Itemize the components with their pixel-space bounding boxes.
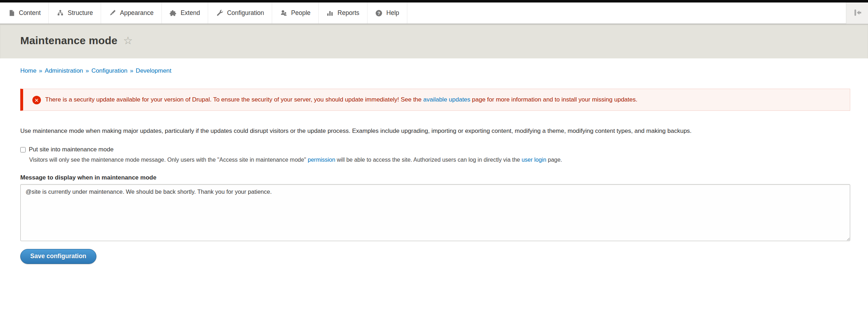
page-header: Maintenance mode ☆	[0, 24, 868, 58]
breadcrumb: Home»Administration»Configuration»Develo…	[20, 58, 850, 74]
toolbar-item-label: Configuration	[227, 9, 264, 17]
toolbar-collapse-button[interactable]	[846, 2, 868, 24]
error-message-text: page for more information and to install…	[470, 96, 637, 103]
available-updates-link[interactable]: available updates	[423, 96, 470, 103]
help-icon: ?	[375, 10, 382, 17]
permission-link[interactable]: permission	[308, 157, 335, 163]
error-message-box: ✕ There is a security update available f…	[20, 89, 850, 111]
puzzle-icon	[170, 10, 177, 17]
maintenance-mode-checkbox-row: Put site into maintenance mode	[20, 146, 850, 153]
save-configuration-button[interactable]: Save configuration	[20, 249, 96, 264]
breadcrumb-link-administration[interactable]: Administration	[45, 67, 83, 74]
toolbar-item-appearance[interactable]: Appearance	[101, 2, 162, 24]
toolbar-item-label: Appearance	[120, 9, 153, 17]
file-icon	[8, 10, 15, 17]
svg-text:?: ?	[377, 10, 380, 16]
breadcrumb-separator: »	[39, 67, 42, 74]
sitemap-icon	[57, 10, 64, 17]
maintenance-mode-checkbox-label[interactable]: Put site into maintenance mode	[29, 146, 113, 153]
toolbar-item-label: Reports	[338, 9, 359, 17]
toolbar-item-content[interactable]: Content	[0, 2, 49, 24]
toolbar-item-extend[interactable]: Extend	[162, 2, 208, 24]
maintenance-mode-description: Visitors will only see the maintenance m…	[29, 156, 850, 164]
maintenance-mode-intro-text: Use maintenance mode when making major u…	[20, 125, 850, 137]
toolbar-item-label: Help	[386, 9, 399, 17]
description-text: Visitors will only see the maintenance m…	[29, 157, 308, 163]
maintenance-mode-checkbox[interactable]	[20, 147, 26, 152]
toolbar-item-label: Content	[19, 9, 41, 17]
maintenance-message-textarea[interactable]: @site is currently under maintenance. We…	[20, 184, 850, 241]
message-field-label: Message to display when in maintenance m…	[20, 174, 850, 181]
breadcrumb-link-development[interactable]: Development	[136, 67, 171, 74]
toolbar-item-structure[interactable]: Structure	[49, 2, 101, 24]
error-x-circle-icon: ✕	[32, 96, 41, 104]
toolbar-item-people[interactable]: People	[272, 2, 319, 24]
error-message-text: There is a security update available for…	[45, 96, 423, 103]
toolbar-item-configuration[interactable]: Configuration	[208, 2, 272, 24]
breadcrumb-link-configuration[interactable]: Configuration	[91, 67, 127, 74]
top-admin-strip	[0, 0, 868, 2]
user-login-link[interactable]: user login	[522, 157, 546, 163]
wrench-icon	[216, 10, 223, 17]
toolbar-item-label: Structure	[68, 9, 93, 17]
toolbar-item-help[interactable]: ? Help	[367, 2, 407, 24]
breadcrumb-separator: »	[86, 67, 89, 74]
bar-chart-icon	[327, 10, 334, 17]
admin-toolbar: Content Structure Appearance Ext	[0, 2, 868, 24]
breadcrumb-link-home[interactable]: Home	[20, 67, 36, 74]
toolbar-item-label: People	[291, 9, 311, 17]
description-text: page.	[546, 157, 562, 163]
page-title: Maintenance mode	[20, 35, 117, 47]
paintbrush-icon	[109, 10, 116, 17]
people-icon	[280, 10, 287, 17]
star-icon[interactable]: ☆	[123, 35, 133, 47]
toolbar-item-label: Extend	[181, 9, 200, 17]
toolbar-item-reports[interactable]: Reports	[319, 2, 367, 24]
collapse-left-icon	[853, 8, 862, 19]
description-text: will be able to access the site. Authori…	[335, 157, 522, 163]
main-content: Home»Administration»Configuration»Develo…	[0, 58, 868, 278]
breadcrumb-separator: »	[130, 67, 133, 74]
